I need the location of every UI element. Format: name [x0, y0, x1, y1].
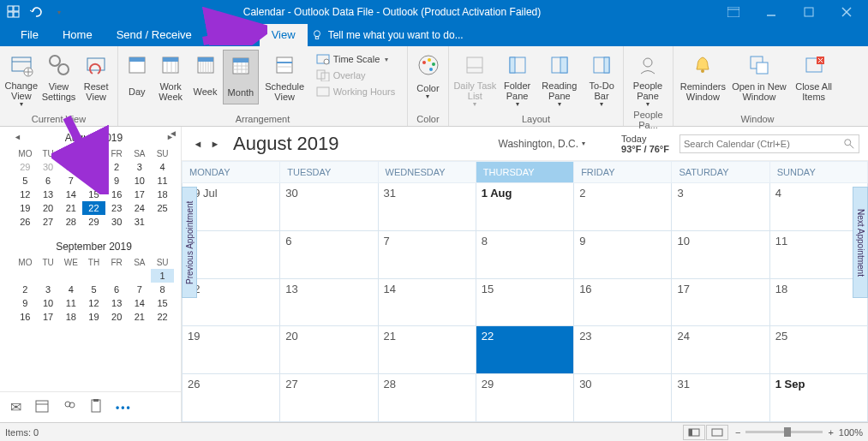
nav-people-icon[interactable]	[63, 399, 76, 416]
calendar-cell[interactable]: 25	[770, 326, 868, 373]
calendar-cell[interactable]: 16	[574, 279, 672, 326]
calendar-cell[interactable]: 1 Aug	[476, 183, 574, 230]
calendar-cell[interactable]: 3	[672, 183, 769, 230]
tell-me-search[interactable]: Tell me what you want to do...	[311, 29, 464, 41]
mini-cal-day[interactable]: 4	[151, 160, 174, 174]
nav-calendar-icon[interactable]	[35, 399, 49, 416]
mini-cal-day[interactable]: 3	[129, 160, 152, 174]
mini-cal-day[interactable]: 19	[82, 310, 105, 324]
mini-cal-day[interactable]: 14	[129, 296, 152, 310]
reading-pane-button[interactable]: Reading Pane▾	[537, 50, 583, 109]
reset-view-button[interactable]: Reset View	[78, 50, 114, 103]
calendar-cell[interactable]: 14	[379, 279, 476, 326]
reminders-window-button[interactable]: Reminders Window	[677, 50, 729, 103]
calendar-cell[interactable]: 27	[280, 374, 378, 421]
calendar-cell[interactable]: 31	[379, 183, 476, 230]
calendar-cell[interactable]: 7	[379, 231, 476, 278]
calendar-cell[interactable]: 26	[182, 374, 280, 421]
mini-cal-day[interactable]: 10	[129, 174, 152, 188]
nav-mail-icon[interactable]: ✉	[10, 399, 21, 415]
mini-cal-day[interactable]: 16	[14, 310, 37, 324]
maximize-button[interactable]	[791, 3, 827, 21]
calendar-cell[interactable]: 21	[379, 326, 476, 373]
mini-cal-day[interactable]: 9	[14, 296, 37, 310]
mini-cal-day[interactable]: 3	[37, 283, 60, 296]
mini-cal-day[interactable]: 5	[14, 174, 37, 188]
calendar-cell[interactable]: 30	[280, 183, 378, 230]
mini-cal-day[interactable]: 1	[151, 269, 174, 283]
view-settings-button[interactable]: View Settings	[41, 50, 77, 103]
mini-cal-day[interactable]: 18	[151, 188, 174, 201]
mini-cal-day[interactable]: 5	[82, 283, 105, 296]
mini-cal-day[interactable]: 23	[105, 201, 129, 215]
calendar-cell[interactable]: 1 Sep	[770, 374, 868, 421]
nav-more-button[interactable]: •••	[116, 402, 132, 414]
calendar-cell[interactable]: 19	[182, 326, 280, 373]
mini-cal-day[interactable]: 22	[151, 310, 174, 324]
open-new-window-button[interactable]: Open in New Window	[731, 50, 788, 103]
search-icon[interactable]	[843, 138, 855, 150]
view-normal-button[interactable]	[683, 425, 705, 440]
calendar-cell[interactable]: 2	[574, 183, 672, 230]
calendar-cell[interactable]: 28	[379, 374, 476, 421]
weather-info[interactable]: Today93°F / 76°F	[621, 134, 669, 154]
mini-cal-day[interactable]: 30	[105, 215, 129, 229]
mini-cal-day[interactable]: 18	[59, 310, 82, 324]
mini-cal-day[interactable]: 4	[59, 283, 82, 296]
quick-access-icon[interactable]	[3, 3, 24, 21]
undo-icon[interactable]	[26, 3, 46, 21]
tab-file[interactable]: File	[9, 24, 51, 46]
mini-cal-day[interactable]: 15	[151, 296, 174, 310]
tab-home[interactable]: Home	[51, 24, 105, 46]
close-button[interactable]	[829, 3, 865, 21]
mini-cal-day[interactable]: 21	[59, 201, 82, 215]
mini-cal-next[interactable]: ►	[166, 133, 174, 141]
mini-cal-day[interactable]: 17	[37, 310, 60, 324]
mini-cal-day[interactable]: 31	[129, 215, 152, 229]
mini-cal-day[interactable]: 29	[82, 215, 105, 229]
calendar-cell[interactable]: 10	[672, 231, 769, 278]
mini-cal-day[interactable]: 11	[59, 296, 82, 310]
mini-cal-day[interactable]: 7	[129, 283, 152, 296]
minimize-button[interactable]	[753, 3, 789, 21]
calendar-cell[interactable]: 15	[476, 279, 574, 326]
calendar-cell[interactable]: 22	[476, 326, 574, 373]
tab-send-receive[interactable]: Send / Receive	[105, 24, 204, 46]
next-appointment-tab[interactable]: Next Appointment	[853, 187, 868, 298]
mini-cal-day[interactable]: 25	[151, 201, 174, 215]
calendar-cell[interactable]: 24	[672, 326, 769, 373]
mini-cal-day[interactable]: 6	[105, 283, 129, 296]
todo-bar-button[interactable]: To-Do Bar▾	[584, 50, 620, 109]
mini-cal-day[interactable]: 19	[14, 201, 37, 215]
calendar-cell[interactable]: 8	[476, 231, 574, 278]
mini-cal-day[interactable]: 28	[59, 215, 82, 229]
mini-cal-day[interactable]: 2	[14, 283, 37, 296]
view-reading-button[interactable]	[706, 425, 728, 440]
mini-cal-day[interactable]: 12	[82, 296, 105, 310]
calendar-cell[interactable]: 29	[476, 374, 574, 421]
mini-cal-day[interactable]: 20	[37, 201, 60, 215]
mini-cal-day[interactable]: 12	[14, 188, 37, 201]
mini-cal-day[interactable]: 27	[37, 215, 60, 229]
mini-cal-day[interactable]: 13	[105, 296, 129, 310]
mini-cal-day[interactable]: 8	[151, 283, 174, 296]
calendar-cell[interactable]: 30	[574, 374, 672, 421]
calendar-cell[interactable]: 31	[672, 374, 769, 421]
close-all-items-button[interactable]: Close All Items	[789, 50, 838, 103]
mini-cal-day[interactable]: 26	[14, 215, 37, 229]
mini-cal-prev[interactable]: ◄	[14, 133, 21, 141]
zoom-slider[interactable]	[745, 431, 823, 433]
color-button[interactable]: Color▾	[411, 50, 445, 103]
mini-cal-day[interactable]: 11	[151, 174, 174, 188]
ribbon-display-icon[interactable]	[715, 3, 751, 21]
mini-cal-day[interactable]: 22	[82, 201, 105, 215]
people-pane-button[interactable]: People Pane▾	[627, 50, 668, 109]
search-input[interactable]	[684, 139, 840, 149]
calendar-cell[interactable]: 13	[280, 279, 378, 326]
zoom-out-button[interactable]: −	[735, 427, 740, 438]
weather-location[interactable]: Washington, D.C.▾	[499, 138, 586, 150]
search-input-wrapper[interactable]	[679, 134, 859, 153]
nav-tasks-icon[interactable]	[90, 399, 102, 416]
schedule-view-button[interactable]: Schedule View	[260, 50, 309, 103]
prev-month-button[interactable]: ◄	[190, 136, 206, 152]
